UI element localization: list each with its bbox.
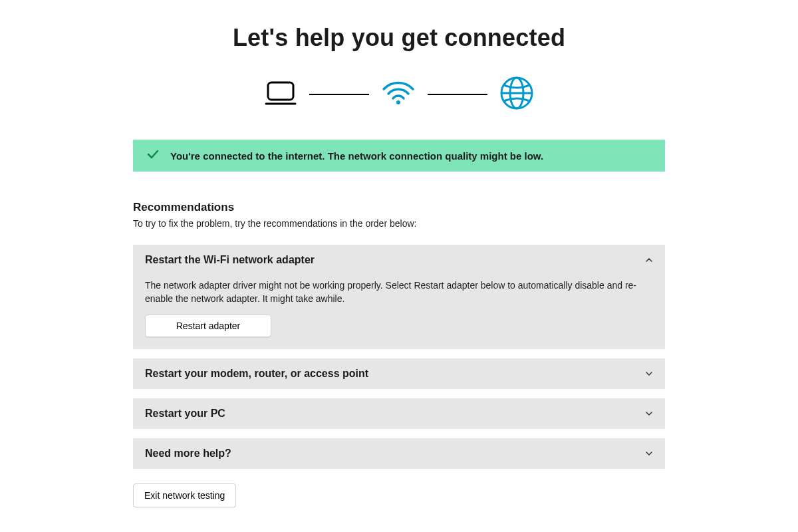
recommendation-restart-adapter: Restart the Wi-Fi network adapter The ne… xyxy=(133,245,665,349)
status-banner: You're connected to the internet. The ne… xyxy=(133,140,665,172)
chevron-down-icon xyxy=(645,370,653,378)
connector-line-2 xyxy=(428,94,487,95)
exit-network-testing-button[interactable]: Exit network testing xyxy=(133,483,236,507)
wifi-icon xyxy=(381,80,416,109)
svg-point-2 xyxy=(396,100,400,104)
connector-line-1 xyxy=(309,94,369,95)
accordion-title: Need more help? xyxy=(145,448,231,460)
accordion-title: Restart the Wi-Fi network adapter xyxy=(145,254,315,266)
recommendation-restart-modem: Restart your modem, router, or access po… xyxy=(133,358,665,389)
accordion-body: The network adapter driver might not be … xyxy=(133,275,665,349)
recommendations-subtext: To try to fix the problem, try the recom… xyxy=(133,218,665,229)
recommendations-heading: Recommendations xyxy=(133,201,665,214)
recommendation-more-help: Need more help? xyxy=(133,438,665,469)
chevron-down-icon xyxy=(645,450,653,458)
chevron-down-icon xyxy=(645,410,653,418)
accordion-title: Restart your modem, router, or access po… xyxy=(145,368,368,380)
main-container: Let's help you get connected xyxy=(133,0,665,507)
page-title: Let's help you get connected xyxy=(133,24,665,52)
checkmark-icon xyxy=(146,148,160,164)
globe-icon xyxy=(499,76,534,113)
accordion-header-restart-adapter[interactable]: Restart the Wi-Fi network adapter xyxy=(133,245,665,275)
chevron-up-icon xyxy=(645,256,653,264)
laptop-icon xyxy=(264,80,297,109)
accordion-body-text: The network adapter driver might not be … xyxy=(145,275,653,305)
recommendation-restart-pc: Restart your PC xyxy=(133,398,665,429)
accordion-header-more-help[interactable]: Need more help? xyxy=(133,438,665,469)
connection-diagram xyxy=(133,76,665,113)
svg-rect-0 xyxy=(268,82,293,100)
accordion-header-restart-pc[interactable]: Restart your PC xyxy=(133,398,665,429)
status-message: You're connected to the internet. The ne… xyxy=(170,150,543,162)
restart-adapter-button[interactable]: Restart adapter xyxy=(145,315,271,337)
accordion-title: Restart your PC xyxy=(145,408,225,420)
accordion-header-restart-modem[interactable]: Restart your modem, router, or access po… xyxy=(133,358,665,389)
